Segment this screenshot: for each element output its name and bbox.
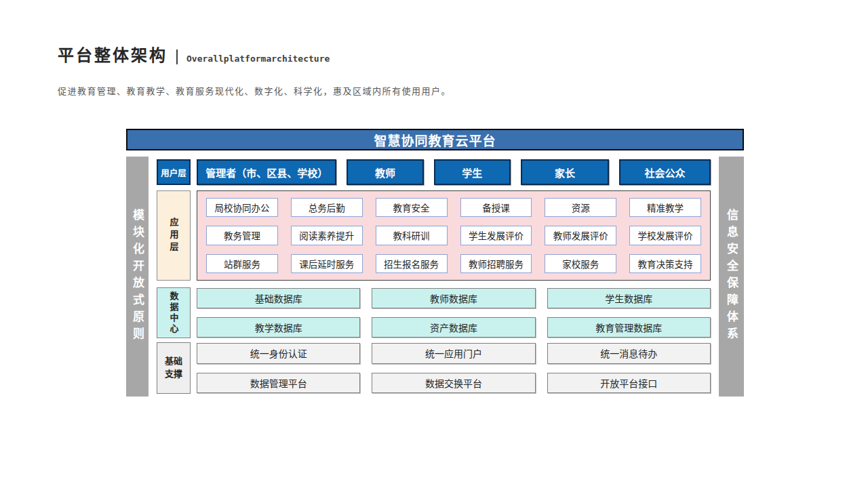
app-layer-label: 应用层: [157, 190, 191, 281]
app-box: 学生发展评价: [460, 226, 532, 245]
app-box: 精准教学: [629, 198, 701, 217]
base-layer-label: 基础支撑: [157, 342, 191, 394]
app-box: 站群服务: [206, 254, 278, 273]
app-layer-panel: 局校协同办公 总务后勤 教育安全 备授课 资源 精准教学 教务管理 阅读素养提升…: [197, 190, 711, 281]
platform-box: 统一消息待办: [547, 343, 711, 364]
base-layer-row: 基础支撑 统一身份认证 统一应用门户 统一消息待办 数据管理平台 数据交换平台 …: [157, 342, 711, 394]
user-item-admin: 管理者（市、区县、学校）: [197, 159, 336, 185]
app-box: 资源: [545, 198, 616, 217]
app-box: 局校协同办公: [206, 198, 278, 217]
app-box: 招生报名服务: [376, 254, 448, 273]
user-item-public: 社会公众: [619, 159, 711, 185]
user-item-student: 学生: [434, 159, 511, 185]
right-security-bar: 信息安全保障体系: [719, 157, 744, 396]
app-box: 教师发展评价: [545, 226, 616, 245]
database-box: 教师数据库: [372, 288, 535, 308]
user-layer-row: 用户层 管理者（市、区县、学校） 教师 学生 家长 社会公众: [157, 159, 711, 186]
database-box: 教学数据库: [197, 317, 360, 338]
user-item-teacher: 教师: [347, 159, 423, 185]
database-box: 基础数据库: [197, 288, 360, 308]
page-title-en: Overallplatformarchitecture: [186, 54, 330, 66]
data-layer-grid: 基础数据库 教师数据库 学生数据库 教学数据库 资产数据库 教育管理数据库: [197, 287, 711, 338]
platform-box: 统一身份认证: [197, 343, 360, 364]
app-box: 家校服务: [545, 254, 616, 273]
title-divider: [176, 49, 178, 64]
platform-box: 统一应用门户: [372, 343, 535, 364]
page-subtitle: 促进教育管理、教育教学、教育服务现代化、数字化、科学化，惠及区域内所有使用用户。: [58, 84, 451, 97]
app-box: 教务管理: [206, 226, 278, 245]
platform-box: 数据管理平台: [197, 373, 360, 394]
platform-banner: 智慧协同教育云平台: [126, 129, 744, 150]
user-layer-label: 用户层: [157, 159, 191, 185]
page-title-zh: 平台整体架构: [58, 42, 167, 66]
platform-box: 开放平台接口: [547, 373, 711, 394]
data-layer-label: 数据中心: [157, 287, 191, 338]
platform-box: 数据交换平台: [372, 373, 535, 394]
diagram-body: 模块化开放式原则 用户层 管理者（市、区县、学校） 教师 学生 家长 社会公众 …: [126, 157, 744, 396]
left-principle-bar: 模块化开放式原则: [126, 157, 149, 396]
app-box: 教师招聘服务: [460, 254, 532, 273]
slide-header: 平台整体架构 Overallplatformarchitecture 促进教育管…: [58, 42, 451, 97]
data-layer-row: 数据中心 基础数据库 教师数据库 学生数据库 教学数据库 资产数据库 教育管理数…: [157, 287, 711, 338]
base-layer-grid: 统一身份认证 统一应用门户 统一消息待办 数据管理平台 数据交换平台 开放平台接…: [197, 342, 711, 394]
app-box: 学校发展评价: [629, 226, 701, 245]
app-box: 课后延时服务: [291, 254, 363, 273]
app-box: 教育决策支持: [629, 254, 701, 273]
app-box: 教育安全: [376, 198, 448, 217]
app-box: 备授课: [460, 198, 532, 217]
app-layer-row: 应用层 局校协同办公 总务后勤 教育安全 备授课 资源 精准教学 教务管理 阅读…: [157, 190, 711, 281]
user-layer-items: 管理者（市、区县、学校） 教师 学生 家长 社会公众: [197, 159, 711, 185]
app-box: 阅读素养提升: [291, 226, 363, 245]
app-box: 总务后勤: [291, 198, 363, 217]
page-title: 平台整体架构 Overallplatformarchitecture: [58, 42, 451, 66]
database-box: 资产数据库: [372, 317, 535, 338]
app-box: 教科研训: [376, 226, 448, 245]
architecture-diagram: 智慧协同教育云平台 模块化开放式原则 用户层 管理者（市、区县、学校） 教师 学…: [126, 129, 744, 396]
user-item-parent: 家长: [521, 159, 609, 185]
layer-rows: 用户层 管理者（市、区县、学校） 教师 学生 家长 社会公众 应用层 局校协同办…: [157, 157, 711, 396]
database-box: 教育管理数据库: [547, 317, 711, 338]
database-box: 学生数据库: [547, 288, 711, 308]
